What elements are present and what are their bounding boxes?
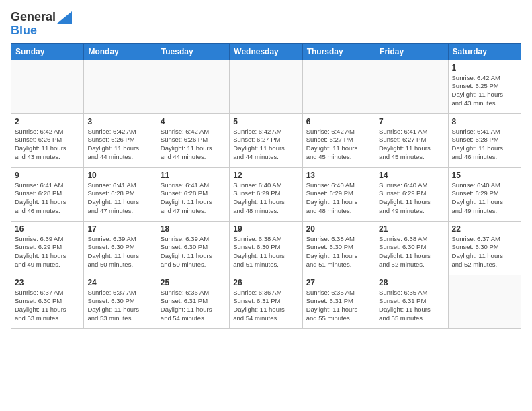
day-info: Sunrise: 6:40 AM Sunset: 6:29 PM Dayligh… <box>452 181 517 216</box>
day-number: 21 <box>379 224 444 234</box>
day-info: Sunrise: 6:41 AM Sunset: 6:28 PM Dayligh… <box>452 128 517 162</box>
calendar-cell: 9Sunrise: 6:41 AM Sunset: 6:28 PM Daylig… <box>11 167 84 221</box>
svg-marker-0 <box>57 11 72 24</box>
calendar-cell: 6Sunrise: 6:42 AM Sunset: 6:27 PM Daylig… <box>302 113 375 167</box>
calendar-cell <box>302 60 375 113</box>
calendar-cell <box>230 60 302 113</box>
day-number: 22 <box>452 224 517 234</box>
day-info: Sunrise: 6:41 AM Sunset: 6:28 PM Dayligh… <box>15 181 80 216</box>
calendar-cell: 24Sunrise: 6:37 AM Sunset: 6:30 PM Dayli… <box>84 275 157 328</box>
day-number: 14 <box>379 171 444 180</box>
weekday-header: Monday <box>84 43 157 60</box>
day-number: 2 <box>15 117 80 126</box>
day-info: Sunrise: 6:38 AM Sunset: 6:30 PM Dayligh… <box>379 235 444 269</box>
day-info: Sunrise: 6:42 AM Sunset: 6:26 PM Dayligh… <box>15 128 80 162</box>
calendar-cell: 2Sunrise: 6:42 AM Sunset: 6:26 PM Daylig… <box>11 113 84 167</box>
day-number: 10 <box>87 171 152 180</box>
calendar-cell: 20Sunrise: 6:38 AM Sunset: 6:30 PM Dayli… <box>302 221 375 275</box>
day-number: 9 <box>15 171 80 180</box>
day-info: Sunrise: 6:41 AM Sunset: 6:28 PM Dayligh… <box>87 181 152 216</box>
day-info: Sunrise: 6:35 AM Sunset: 6:31 PM Dayligh… <box>306 289 371 323</box>
day-number: 16 <box>15 224 80 234</box>
day-number: 15 <box>452 171 517 180</box>
day-info: Sunrise: 6:42 AM Sunset: 6:26 PM Dayligh… <box>87 128 152 162</box>
calendar-cell <box>157 60 229 113</box>
calendar-cell: 13Sunrise: 6:40 AM Sunset: 6:29 PM Dayli… <box>302 167 375 221</box>
day-number: 27 <box>306 278 371 287</box>
weekday-header: Wednesday <box>230 43 302 60</box>
day-number: 1 <box>452 63 517 73</box>
day-number: 23 <box>15 278 80 287</box>
weekday-header: Thursday <box>302 43 375 60</box>
weekday-header: Friday <box>375 43 448 60</box>
logo: General Blue <box>11 11 72 38</box>
calendar-cell <box>84 60 157 113</box>
calendar-cell: 11Sunrise: 6:41 AM Sunset: 6:28 PM Dayli… <box>157 167 229 221</box>
calendar-cell: 7Sunrise: 6:41 AM Sunset: 6:27 PM Daylig… <box>375 113 448 167</box>
day-info: Sunrise: 6:42 AM Sunset: 6:27 PM Dayligh… <box>233 128 298 162</box>
calendar-table: SundayMondayTuesdayWednesdayThursdayFrid… <box>11 43 521 329</box>
calendar-cell: 26Sunrise: 6:36 AM Sunset: 6:31 PM Dayli… <box>230 275 302 328</box>
weekday-header: Saturday <box>448 43 521 60</box>
day-number: 13 <box>306 171 371 180</box>
day-info: Sunrise: 6:35 AM Sunset: 6:31 PM Dayligh… <box>379 289 444 323</box>
calendar-cell: 10Sunrise: 6:41 AM Sunset: 6:28 PM Dayli… <box>84 167 157 221</box>
weekday-header: Tuesday <box>157 43 229 60</box>
day-number: 3 <box>87 117 152 126</box>
day-info: Sunrise: 6:37 AM Sunset: 6:30 PM Dayligh… <box>452 235 517 269</box>
calendar-cell: 3Sunrise: 6:42 AM Sunset: 6:26 PM Daylig… <box>84 113 157 167</box>
logo-icon <box>57 11 72 24</box>
day-info: Sunrise: 6:40 AM Sunset: 6:29 PM Dayligh… <box>233 181 298 216</box>
day-info: Sunrise: 6:38 AM Sunset: 6:30 PM Dayligh… <box>233 235 298 269</box>
calendar-cell: 16Sunrise: 6:39 AM Sunset: 6:29 PM Dayli… <box>11 221 84 275</box>
calendar-cell: 28Sunrise: 6:35 AM Sunset: 6:31 PM Dayli… <box>375 275 448 328</box>
day-number: 5 <box>233 117 298 126</box>
day-info: Sunrise: 6:42 AM Sunset: 6:26 PM Dayligh… <box>161 128 226 162</box>
day-number: 12 <box>233 171 298 180</box>
calendar-cell: 8Sunrise: 6:41 AM Sunset: 6:28 PM Daylig… <box>448 113 521 167</box>
calendar-cell: 25Sunrise: 6:36 AM Sunset: 6:31 PM Dayli… <box>157 275 229 328</box>
calendar-week: 16Sunrise: 6:39 AM Sunset: 6:29 PM Dayli… <box>11 221 521 275</box>
day-info: Sunrise: 6:37 AM Sunset: 6:30 PM Dayligh… <box>87 289 152 323</box>
calendar-cell: 1Sunrise: 6:42 AM Sunset: 6:25 PM Daylig… <box>448 60 521 113</box>
calendar-cell: 22Sunrise: 6:37 AM Sunset: 6:30 PM Dayli… <box>448 221 521 275</box>
day-number: 7 <box>379 117 444 126</box>
day-info: Sunrise: 6:38 AM Sunset: 6:30 PM Dayligh… <box>306 235 371 269</box>
day-info: Sunrise: 6:39 AM Sunset: 6:30 PM Dayligh… <box>161 235 226 269</box>
day-number: 4 <box>161 117 226 126</box>
calendar-cell: 27Sunrise: 6:35 AM Sunset: 6:31 PM Dayli… <box>302 275 375 328</box>
day-info: Sunrise: 6:41 AM Sunset: 6:27 PM Dayligh… <box>379 128 444 162</box>
calendar-cell: 18Sunrise: 6:39 AM Sunset: 6:30 PM Dayli… <box>157 221 229 275</box>
logo-blue: Blue <box>11 24 72 38</box>
day-number: 28 <box>379 278 444 287</box>
calendar-cell: 14Sunrise: 6:40 AM Sunset: 6:29 PM Dayli… <box>375 167 448 221</box>
calendar-header: SundayMondayTuesdayWednesdayThursdayFrid… <box>11 43 521 60</box>
day-info: Sunrise: 6:41 AM Sunset: 6:28 PM Dayligh… <box>161 181 226 216</box>
day-number: 18 <box>161 224 226 234</box>
day-number: 26 <box>233 278 298 287</box>
day-number: 6 <box>306 117 371 126</box>
day-info: Sunrise: 6:36 AM Sunset: 6:31 PM Dayligh… <box>233 289 298 323</box>
calendar-cell <box>375 60 448 113</box>
day-info: Sunrise: 6:40 AM Sunset: 6:29 PM Dayligh… <box>306 181 371 216</box>
calendar-cell <box>11 60 84 113</box>
calendar-cell: 17Sunrise: 6:39 AM Sunset: 6:30 PM Dayli… <box>84 221 157 275</box>
calendar-cell: 12Sunrise: 6:40 AM Sunset: 6:29 PM Dayli… <box>230 167 302 221</box>
day-number: 11 <box>161 171 226 180</box>
day-info: Sunrise: 6:42 AM Sunset: 6:27 PM Dayligh… <box>306 128 371 162</box>
day-number: 19 <box>233 224 298 234</box>
calendar-cell: 15Sunrise: 6:40 AM Sunset: 6:29 PM Dayli… <box>448 167 521 221</box>
day-number: 24 <box>87 278 152 287</box>
calendar-week: 2Sunrise: 6:42 AM Sunset: 6:26 PM Daylig… <box>11 113 521 167</box>
day-info: Sunrise: 6:36 AM Sunset: 6:31 PM Dayligh… <box>161 289 226 323</box>
day-number: 8 <box>452 117 517 126</box>
page-header: General Blue <box>11 11 521 38</box>
calendar-cell: 5Sunrise: 6:42 AM Sunset: 6:27 PM Daylig… <box>230 113 302 167</box>
weekday-header: Sunday <box>11 43 84 60</box>
day-info: Sunrise: 6:39 AM Sunset: 6:29 PM Dayligh… <box>15 235 80 269</box>
day-info: Sunrise: 6:40 AM Sunset: 6:29 PM Dayligh… <box>379 181 444 216</box>
day-number: 25 <box>161 278 226 287</box>
calendar-week: 1Sunrise: 6:42 AM Sunset: 6:25 PM Daylig… <box>11 60 521 113</box>
calendar-week: 23Sunrise: 6:37 AM Sunset: 6:30 PM Dayli… <box>11 275 521 328</box>
calendar-cell: 19Sunrise: 6:38 AM Sunset: 6:30 PM Dayli… <box>230 221 302 275</box>
